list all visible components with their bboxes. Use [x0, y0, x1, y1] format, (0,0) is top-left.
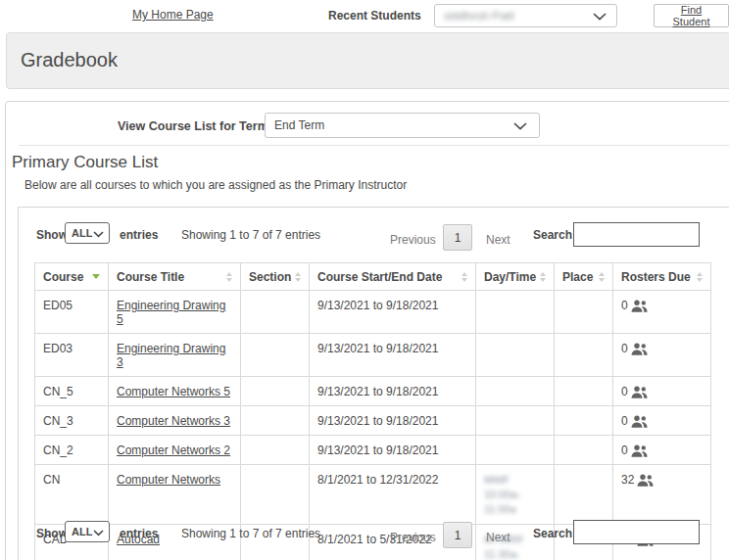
page-length-value: ALL: [72, 526, 93, 537]
course-title-link[interactable]: Computer Networks 5: [117, 385, 230, 398]
sort-icon: [295, 272, 301, 282]
search-input[interactable]: [573, 222, 700, 247]
section-divider: [19, 145, 729, 146]
showing-entries-text: Showing 1 to 7 of 7 entries: [181, 228, 320, 242]
course-title-link[interactable]: Computer Networks: [117, 473, 220, 487]
col-header-section[interactable]: Section: [241, 263, 310, 291]
rosters-cell: 0: [613, 334, 711, 377]
sort-icon: [226, 272, 232, 282]
col-header-course[interactable]: Course: [35, 263, 109, 291]
page-title: Gradebook: [21, 49, 118, 71]
dates-cell: 8/1/2021 to 12/31/2022: [310, 465, 476, 525]
page-number-button[interactable]: 1: [443, 224, 472, 251]
page-length-select[interactable]: ALL: [65, 521, 110, 542]
daytime-cell: [476, 377, 555, 406]
course-title-cell: Computer Networks 5: [109, 377, 241, 406]
place-cell: [555, 465, 613, 525]
recent-students-select[interactable]: siddhesh Patil: [434, 4, 617, 27]
col-header-label: Section: [249, 270, 291, 284]
my-home-page-link[interactable]: My Home Page: [132, 8, 214, 22]
place-cell: [555, 406, 613, 436]
table-row: ED05 Engineering Drawing 5 9/13/2021 to …: [35, 291, 711, 334]
search-input[interactable]: [573, 520, 700, 544]
course-title-cell: Computer Networks 3: [109, 406, 241, 436]
col-header-daytime[interactable]: Day/Time: [476, 263, 555, 291]
course-code-cell: CN_2: [35, 436, 109, 465]
daytime-cell: [476, 436, 555, 465]
col-header-course-title[interactable]: Course Title: [109, 263, 241, 291]
next-page-button[interactable]: Next: [486, 531, 510, 544]
col-header-rosters[interactable]: Rosters Due: [613, 263, 711, 291]
page-number-button[interactable]: 1: [443, 522, 472, 548]
col-header-label: Rosters Due: [621, 270, 691, 284]
course-title-cell: Computer Networks: [109, 465, 241, 525]
course-code-cell: CN_5: [35, 377, 109, 406]
chevron-down-icon: [93, 523, 104, 540]
people-icon[interactable]: [631, 300, 648, 312]
daytime-cell: [476, 334, 555, 377]
showing-entries-text: Showing 1 to 7 of 7 entries: [181, 527, 320, 540]
previous-page-button[interactable]: Previous: [390, 233, 436, 247]
next-page-button[interactable]: Next: [486, 233, 510, 247]
rosters-cell: 32: [613, 465, 711, 525]
primary-course-list-title: Primary Course List: [12, 153, 158, 172]
rosters-cell: 0: [613, 377, 711, 406]
table-row: ED03 Engineering Drawing 3 9/13/2021 to …: [35, 334, 711, 377]
table-row: CN_5 Computer Networks 5 9/13/2021 to 9/…: [35, 377, 711, 406]
search-label: Search: [533, 527, 572, 540]
col-header-label: Course Title: [117, 270, 184, 284]
previous-page-button[interactable]: Previous: [390, 531, 436, 544]
roster-count: 0: [621, 299, 628, 312]
place-cell: [555, 291, 613, 334]
primary-course-list-subtitle: Below are all courses to which you are a…: [24, 178, 407, 192]
daytime-cell: [476, 406, 555, 436]
page-length-value: ALL: [72, 227, 93, 239]
place-cell: [555, 377, 613, 406]
course-title-cell: Engineering Drawing 5: [109, 291, 241, 334]
term-select[interactable]: End Term: [265, 113, 540, 138]
chevron-down-icon: [513, 117, 527, 134]
section-cell: [241, 334, 310, 377]
people-icon[interactable]: [637, 474, 654, 487]
dates-cell: 9/13/2021 to 9/18/2021: [310, 406, 476, 436]
rosters-cell: 0: [613, 406, 711, 436]
people-icon[interactable]: [631, 386, 648, 398]
page-length-select[interactable]: ALL: [65, 222, 110, 244]
people-icon[interactable]: [631, 444, 648, 457]
table-header-row: Course Course Title Section Course Start…: [35, 263, 711, 291]
term-select-label: View Course List for Term: [118, 119, 268, 133]
people-icon[interactable]: [631, 415, 648, 428]
col-header-dates[interactable]: Course Start/End Date: [310, 263, 476, 291]
day-time-hours: 10:00a-11:00a: [484, 488, 546, 517]
find-student-button[interactable]: Find Student: [654, 4, 729, 27]
col-header-label: Course: [43, 270, 83, 284]
people-icon[interactable]: [631, 343, 648, 355]
dates-cell: 9/13/2021 to 9/18/2021: [310, 436, 476, 465]
recent-students-label: Recent Students: [328, 9, 421, 23]
course-title-link[interactable]: Engineering Drawing 5: [117, 299, 225, 326]
page-header-bar: Gradebook: [6, 32, 729, 89]
table-row: CN Computer Networks 8/1/2021 to 12/31/2…: [35, 465, 711, 525]
show-label: Show: [36, 527, 68, 540]
roster-count: 0: [621, 385, 628, 398]
rosters-cell: 0: [613, 436, 711, 465]
chevron-down-icon: [593, 7, 607, 24]
roster-count: 0: [621, 443, 628, 457]
sort-icon: [540, 272, 546, 282]
course-title-link[interactable]: Computer Networks 3: [117, 414, 230, 428]
col-header-place[interactable]: Place: [555, 263, 613, 291]
gradebook-page: My Home Page Recent Students siddhesh Pa…: [0, 0, 729, 560]
table-row: CN_3 Computer Networks 3 9/13/2021 to 9/…: [35, 406, 711, 436]
course-title-link[interactable]: Engineering Drawing 3: [117, 342, 225, 369]
col-header-label: Place: [562, 270, 593, 284]
course-title-cell: Computer Networks 2: [109, 436, 241, 465]
search-label: Search: [533, 228, 572, 242]
section-cell: [241, 436, 310, 465]
sort-icon: [599, 272, 605, 282]
course-title-link[interactable]: Computer Networks 2: [117, 443, 230, 457]
section-cell: [241, 377, 310, 406]
sort-desc-icon: [92, 274, 100, 279]
roster-count: 0: [621, 414, 628, 428]
course-code-cell: CN_3: [35, 406, 109, 436]
term-select-value: End Term: [274, 118, 513, 132]
